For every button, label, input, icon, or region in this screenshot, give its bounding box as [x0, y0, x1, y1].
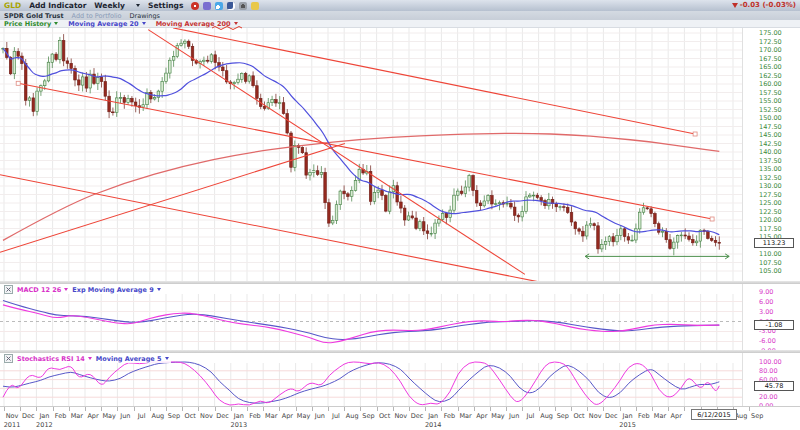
- panel-splitter[interactable]: [0, 350, 800, 353]
- chevron-down-icon: [157, 288, 161, 291]
- month-label: Jan: [428, 412, 438, 420]
- month-tick: [360, 407, 361, 411]
- ma20-label: Moving Average 20: [68, 20, 138, 28]
- ma200-dropdown[interactable]: Moving Average 200: [156, 20, 238, 28]
- month-tick: [587, 407, 588, 411]
- month-tick: [393, 407, 394, 411]
- macd-ema-label: Exp Moving Average 9: [72, 286, 153, 294]
- macd-dropdown[interactable]: MACD 12 26: [17, 286, 68, 294]
- price-axis[interactable]: 175.00172.50170.00167.50165.00162.50160.…: [742, 28, 800, 283]
- period-label: Weekly: [94, 1, 125, 10]
- month-tick: [134, 407, 135, 411]
- month-tick: [474, 407, 475, 411]
- month-label: May: [491, 412, 504, 420]
- add-indicator-button[interactable]: Add Indicator: [29, 1, 86, 10]
- main-price-chart-canvas[interactable]: [0, 28, 742, 283]
- ma20-dropdown[interactable]: Moving Average 20: [68, 20, 145, 28]
- year-label: 2012: [36, 421, 53, 429]
- settings-button[interactable]: Settings: [148, 1, 183, 10]
- chevron-down-icon[interactable]: [136, 4, 140, 7]
- close-button[interactable]: [4, 354, 13, 363]
- stoch-tick-label: 100.00: [759, 358, 782, 366]
- month-label: Jan: [39, 412, 49, 420]
- month-tick: [668, 407, 669, 411]
- month-label: Jan: [623, 412, 633, 420]
- price-tick-label: 137.50: [759, 157, 782, 165]
- price-tick-label: 120.00: [759, 216, 782, 224]
- twitter-icon[interactable]: [215, 2, 223, 10]
- stoch-tick-label: 80.00: [759, 367, 778, 375]
- price-tick-label: 142.50: [759, 140, 782, 148]
- price-tick-label: 152.50: [759, 106, 782, 114]
- macd-axis[interactable]: 9.006.003.000.00-3.00-6.00-9.00-1.08: [742, 283, 800, 352]
- month-label: Sep: [751, 412, 763, 420]
- stochastics-axis[interactable]: 100.0080.0060.0040.0020.000.0045.78: [742, 352, 800, 406]
- month-label: Sep: [557, 412, 569, 420]
- month-tick: [441, 407, 442, 411]
- month-tick: [182, 407, 183, 411]
- price-tick-label: 117.50: [759, 225, 782, 233]
- price-history-dropdown[interactable]: Price History: [4, 20, 58, 28]
- stoch-title: Stochastics RSI 14: [17, 355, 85, 363]
- date-axis[interactable]: 6/12/2015 Nov2011DecJan2012FebMarAprMayJ…: [0, 406, 800, 430]
- price-tick-label: 145.00: [759, 131, 782, 139]
- year-label: 2015: [619, 421, 636, 429]
- charting-app: GLD Add Indicator Weekly Settings -0.03 …: [0, 0, 800, 430]
- month-tick: [69, 407, 70, 411]
- panel-splitter[interactable]: [0, 281, 800, 284]
- month-tick: [4, 407, 5, 411]
- close-icon: [5, 286, 12, 293]
- month-label: Jun: [315, 412, 325, 420]
- macd-title: MACD 12 26: [17, 286, 61, 294]
- year-label: 2011: [4, 421, 21, 429]
- stoch-ma-label: Moving Average 5: [96, 355, 162, 363]
- symbol-label[interactable]: GLD: [4, 1, 21, 10]
- month-label: Oct: [379, 412, 390, 420]
- month-label: Mar: [459, 412, 471, 420]
- price-tick-label: 127.50: [759, 191, 782, 199]
- month-label: Jul: [138, 412, 146, 420]
- notes-icon[interactable]: [251, 2, 259, 10]
- month-tick: [328, 407, 329, 411]
- month-label: Apr: [671, 412, 682, 420]
- facebook-icon[interactable]: [227, 2, 235, 10]
- macd-tick-label: 3.00: [759, 308, 773, 316]
- month-label: Jul: [526, 412, 534, 420]
- month-tick: [215, 407, 216, 411]
- add-to-portfolio-link[interactable]: Add to Portfolio: [72, 12, 122, 20]
- stoch-dropdown[interactable]: Stochastics RSI 14: [17, 355, 92, 363]
- month-tick: [198, 407, 199, 411]
- month-tick: [620, 407, 621, 411]
- top-toolbar: GLD Add Indicator Weekly Settings -0.03 …: [0, 0, 800, 11]
- month-label: Apr: [87, 412, 98, 420]
- month-label: Nov: [6, 412, 19, 420]
- price-tick-label: 130.00: [759, 182, 782, 190]
- price-tick-label: 170.00: [759, 46, 782, 54]
- price-tick-label: 135.00: [759, 165, 782, 173]
- close-button[interactable]: [4, 285, 13, 294]
- month-tick: [539, 407, 540, 411]
- red-squiggle-annotation: [211, 26, 245, 31]
- instrument-name: SPDR Gold Trust: [4, 12, 64, 20]
- month-label: Sep: [168, 412, 180, 420]
- month-label: Mar: [654, 412, 666, 420]
- month-label: Aug: [346, 412, 359, 420]
- month-tick: [652, 407, 653, 411]
- year-label: 2014: [425, 421, 442, 429]
- current-date-box: 6/12/2015: [691, 409, 737, 420]
- share-icon[interactable]: [203, 2, 211, 10]
- month-label: Mar: [265, 412, 277, 420]
- snapshot-icon[interactable]: [239, 2, 247, 10]
- down-arrow-icon: [732, 3, 738, 8]
- price-tick-label: 110.00: [759, 250, 782, 258]
- month-label: Jan: [234, 412, 244, 420]
- month-label: Dec: [411, 412, 424, 420]
- macd-tick-label: -6.00: [759, 337, 776, 345]
- period-dropdown[interactable]: Weekly: [94, 1, 125, 10]
- close-icon: [5, 355, 12, 362]
- stoch-ma-dropdown[interactable]: Moving Average 5: [96, 355, 169, 363]
- macd-ema-dropdown[interactable]: Exp Moving Average 9: [72, 286, 160, 294]
- alert-icon[interactable]: [191, 2, 199, 10]
- drawings-menu[interactable]: Drawings: [130, 12, 160, 20]
- month-tick: [377, 407, 378, 411]
